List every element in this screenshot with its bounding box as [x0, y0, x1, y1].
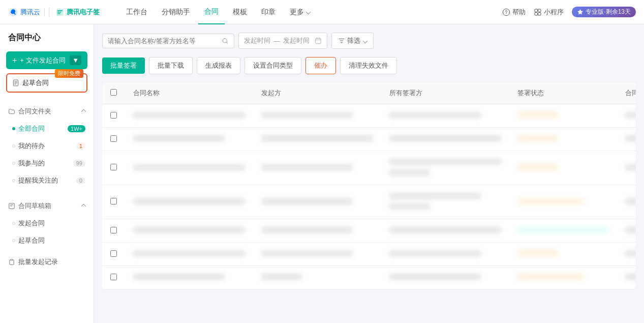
- filter-button[interactable]: 筛选: [331, 33, 374, 49]
- svg-rect-4: [535, 9, 537, 12]
- type-cell: [625, 250, 636, 257]
- type-cell: [625, 198, 636, 205]
- miniapp-button[interactable]: 小程序: [534, 8, 564, 17]
- nav-more[interactable]: 更多: [284, 0, 316, 24]
- more-chevron-icon: [306, 10, 311, 15]
- set-type-button[interactable]: 设置合同类型: [244, 57, 301, 74]
- svg-rect-7: [538, 12, 541, 15]
- svg-rect-5: [538, 9, 541, 12]
- table-row[interactable]: [102, 266, 636, 289]
- batch-icon: [8, 258, 15, 266]
- logo-area: 腾讯云 腾讯电子签: [8, 7, 100, 17]
- dropdown-arrow[interactable]: ▼: [70, 55, 81, 65]
- date-range-picker[interactable]: 发起时间 — 发起时间: [238, 33, 327, 49]
- folder-icon: [8, 108, 15, 115]
- nav-distribution[interactable]: 分销助手: [156, 0, 196, 24]
- remind-button[interactable]: 催办: [305, 57, 336, 74]
- draft-box-section: 合同草稿箱 发起合同 起草合同: [0, 193, 94, 253]
- initiator-cell: [261, 164, 353, 171]
- row-checkbox[interactable]: [110, 274, 117, 280]
- batch-download-button[interactable]: 批量下载: [149, 57, 193, 74]
- tencent-cloud-logo[interactable]: 腾讯云: [8, 7, 40, 17]
- contract-name-cell: [133, 250, 245, 257]
- nav-workbench[interactable]: 工作台: [120, 0, 154, 24]
- empty-dot-5: [12, 239, 15, 242]
- folder-section-header[interactable]: 合同文件夹: [0, 103, 94, 120]
- initiator-cell: [261, 250, 353, 257]
- table-row[interactable]: [102, 185, 636, 219]
- nav-template[interactable]: 模板: [227, 0, 253, 24]
- filter-icon: [338, 37, 345, 44]
- search-input[interactable]: [108, 37, 219, 45]
- status-cell: [517, 250, 558, 257]
- folder-section-label: 合同文件夹: [18, 107, 51, 116]
- miniapp-icon: [534, 8, 542, 16]
- draft-item-label: 起草合同: [22, 78, 49, 87]
- table-row[interactable]: [102, 128, 636, 151]
- file-start-button[interactable]: + + 文件发起合同 ▼: [6, 51, 87, 69]
- batch-records-label: 批量发起记录: [18, 257, 58, 267]
- header-initiator: 发起方: [253, 82, 381, 104]
- batch-sign-button[interactable]: 批量签署: [102, 57, 145, 74]
- date-end-placeholder: 发起时间: [283, 36, 310, 45]
- sidebar-item-batch-records[interactable]: 批量发起记录: [0, 253, 94, 271]
- nav-seal[interactable]: 印章: [255, 0, 282, 24]
- signers-cell: [389, 226, 501, 233]
- filter-chevron-icon: [363, 38, 368, 43]
- clear-invalid-button[interactable]: 清理失效文件: [340, 57, 397, 74]
- row-checkbox[interactable]: [110, 250, 117, 257]
- row-checkbox[interactable]: [110, 227, 117, 233]
- sidebar-item-all-contracts[interactable]: 全部合同 1W+: [0, 120, 94, 137]
- sidebar-item-participated[interactable]: 我参与的 99: [0, 155, 94, 172]
- calendar-icon: [315, 37, 322, 44]
- sidebar-item-my-todo[interactable]: 我的待办 1: [0, 137, 94, 155]
- row-checkbox[interactable]: [110, 198, 117, 204]
- row-checkbox[interactable]: [110, 112, 117, 119]
- signers-cell: [389, 111, 481, 119]
- logo-divider: [44, 8, 45, 16]
- select-all-checkbox[interactable]: [110, 89, 117, 96]
- svg-point-3: [506, 13, 507, 14]
- folder-chevron-icon: [81, 109, 86, 114]
- esign-logo[interactable]: 腾讯电子签: [49, 8, 100, 17]
- type-cell: [625, 226, 636, 233]
- table-row[interactable]: [102, 104, 636, 128]
- header-checkbox-cell: [102, 82, 125, 104]
- svg-rect-6: [535, 12, 537, 15]
- search-input-wrap[interactable]: [102, 34, 234, 48]
- top-navigation: 腾讯云 腾讯电子签 工作台 分销助手 合同 模板 印章 更多: [0, 0, 644, 24]
- main-content: 发起时间 — 发起时间 筛选 批量签署 批量下载 生成报表 设置合同类型: [94, 24, 644, 323]
- draft-contract-item[interactable]: 限时免费 起草合同: [6, 73, 87, 93]
- date-separator: —: [273, 37, 280, 45]
- search-icon: [222, 37, 229, 45]
- table-row[interactable]: [102, 243, 636, 266]
- table-row[interactable]: [102, 151, 636, 185]
- initiator-cell: [261, 273, 302, 280]
- draft-section-header[interactable]: 合同草稿箱: [0, 197, 94, 215]
- nav-right-area: 帮助 小程序 专业版·剩余13天: [502, 7, 636, 17]
- header-sign-status: 签署状态: [509, 82, 617, 104]
- sidebar-item-start-contract[interactable]: 发起合同: [0, 215, 94, 232]
- type-cell: [625, 111, 636, 119]
- pro-icon: [577, 9, 584, 15]
- table-row[interactable]: [102, 219, 636, 243]
- draft-section-label: 合同草稿箱: [18, 201, 51, 211]
- sidebar-title: 合同中心: [0, 33, 94, 51]
- pro-badge[interactable]: 专业版·剩余13天: [572, 7, 636, 17]
- generate-report-button[interactable]: 生成报表: [197, 57, 240, 74]
- signers-cell: [389, 158, 501, 165]
- sidebar-item-remind[interactable]: 提醒我关注的 0: [0, 172, 94, 189]
- row-checkbox[interactable]: [110, 135, 117, 142]
- search-bar: 发起时间 — 发起时间 筛选: [102, 33, 636, 49]
- status-cell: [517, 273, 584, 280]
- help-button[interactable]: 帮助: [502, 8, 526, 17]
- sidebar-item-draft-contract[interactable]: 起草合同: [0, 232, 94, 249]
- svg-point-2: [503, 9, 510, 15]
- esign-logo-text: 腾讯电子签: [67, 8, 100, 17]
- row-checkbox[interactable]: [110, 164, 117, 170]
- nav-contract[interactable]: 合同: [198, 0, 225, 24]
- signers-cell: [389, 192, 481, 199]
- all-contracts-badge: 1W+: [68, 125, 85, 132]
- draft-contract-label: 起草合同: [18, 236, 45, 245]
- tencent-cloud-text: 腾讯云: [20, 8, 40, 17]
